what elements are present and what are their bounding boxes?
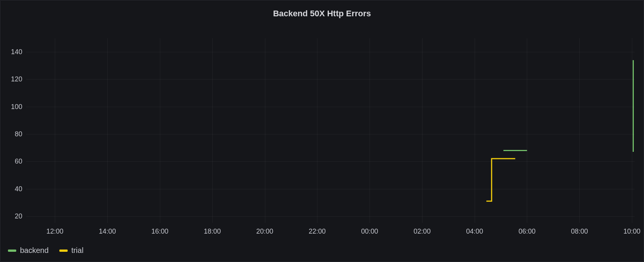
gridline-v xyxy=(107,38,108,223)
gridline-v xyxy=(317,38,317,223)
x-tick-label: 04:00 xyxy=(466,228,483,235)
y-tick-label: 100 xyxy=(0,103,22,111)
gridline-v xyxy=(370,38,370,223)
y-tick-label: 60 xyxy=(0,158,22,165)
gridline-h xyxy=(26,161,635,162)
legend-swatch-icon xyxy=(59,250,68,252)
gridline-v xyxy=(422,38,423,223)
gridline-v xyxy=(212,38,213,223)
gridline-v xyxy=(579,38,580,223)
series-trial xyxy=(486,159,515,201)
y-axis: 20406080100120140 xyxy=(0,38,22,223)
x-tick-label: 18:00 xyxy=(204,228,221,235)
legend-item-backend[interactable]: backend xyxy=(8,246,49,255)
gridline-v xyxy=(475,38,475,223)
x-tick-label: 06:00 xyxy=(519,228,536,235)
gridline-h xyxy=(26,189,635,189)
x-tick-label: 14:00 xyxy=(99,228,116,235)
x-tick-label: 22:00 xyxy=(309,228,326,235)
gridline-v xyxy=(55,38,55,223)
gridline-h xyxy=(26,79,635,80)
legend-swatch-icon xyxy=(8,250,16,252)
legend-label: trial xyxy=(71,246,84,255)
chart-title: Backend 50X Http Errors xyxy=(0,9,644,19)
y-tick-label: 20 xyxy=(0,212,22,220)
chart-svg xyxy=(26,38,635,223)
y-tick-label: 80 xyxy=(0,130,22,138)
gridline-v xyxy=(527,38,527,223)
gridline-v xyxy=(160,38,160,223)
x-tick-label: 10:00 xyxy=(624,228,641,235)
x-axis: 12:0014:0016:0018:0020:0022:0000:0002:00… xyxy=(26,228,635,238)
y-tick-label: 120 xyxy=(0,75,22,83)
gridline-h xyxy=(26,216,635,217)
gridline-v xyxy=(632,38,632,223)
gridline-h xyxy=(26,107,635,107)
y-tick-label: 40 xyxy=(0,185,22,193)
x-tick-label: 00:00 xyxy=(361,228,378,235)
legend: backend trial xyxy=(8,246,84,255)
gridline-h xyxy=(26,134,635,134)
legend-item-trial[interactable]: trial xyxy=(59,246,84,255)
x-tick-label: 20:00 xyxy=(256,228,273,235)
gridline-h xyxy=(26,52,635,52)
x-tick-label: 12:00 xyxy=(46,228,63,235)
legend-label: backend xyxy=(20,246,49,255)
gridline-v xyxy=(265,38,265,223)
plot-area[interactable] xyxy=(26,38,635,223)
y-tick-label: 140 xyxy=(0,48,22,56)
chart-panel: Backend 50X Http Errors 2040608010012014… xyxy=(0,0,644,262)
x-tick-label: 08:00 xyxy=(571,228,588,235)
x-tick-label: 16:00 xyxy=(151,228,168,235)
x-tick-label: 02:00 xyxy=(413,228,430,235)
